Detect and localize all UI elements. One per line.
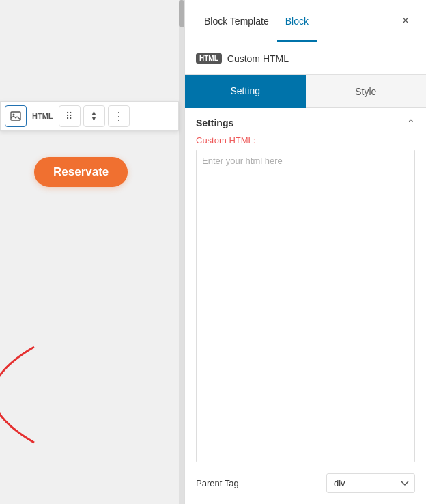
tab-block[interactable]: Block — [277, 0, 317, 42]
custom-html-label: Custom HTML: — [196, 135, 415, 145]
html-badge: HTML — [196, 53, 222, 64]
settings-title: Settings — [196, 117, 233, 128]
image-block-btn[interactable] — [5, 105, 27, 127]
close-button[interactable]: × — [396, 12, 415, 31]
html-badge-row: HTML Custom HTML — [185, 42, 426, 75]
section-tabs: Setting Style — [185, 75, 426, 108]
svg-point-1 — [13, 114, 15, 116]
right-panel: Block Template Block × HTML Custom HTML … — [184, 0, 426, 504]
tab-setting[interactable]: Setting — [185, 75, 306, 108]
collapse-icon[interactable]: ⌃ — [407, 117, 415, 128]
html-toolbar-label: HTML — [29, 112, 56, 120]
editor-panel: HTML ⠿ ▲ ▼ ⋮ Reservate — [0, 0, 184, 504]
parent-tag-row: Parent Tag div span section article main… — [185, 473, 426, 504]
scrollbar-thumb[interactable] — [179, 0, 184, 27]
tab-block-template[interactable]: Block Template — [196, 0, 277, 42]
reservate-button[interactable]: Reservate — [34, 157, 128, 187]
html-block-title: Custom HTML — [227, 53, 289, 64]
drag-dots-icon: ⠿ — [66, 111, 74, 122]
settings-section: Settings ⌃ Custom HTML: — [185, 108, 426, 473]
toolbar-strip: HTML ⠿ ▲ ▼ ⋮ — [0, 101, 179, 131]
custom-html-textarea[interactable] — [196, 150, 415, 462]
reorder-btn[interactable]: ▲ ▼ — [83, 105, 105, 127]
editor-scrollbar[interactable] — [179, 0, 184, 504]
drag-handle-btn[interactable]: ⠿ — [59, 105, 81, 127]
image-icon — [10, 111, 21, 122]
red-arc-decoration — [0, 340, 48, 449]
parent-tag-label: Parent Tag — [196, 478, 239, 488]
panel-header: Block Template Block × — [185, 0, 426, 42]
tab-style[interactable]: Style — [306, 75, 427, 108]
more-icon: ⋮ — [111, 110, 127, 123]
more-options-btn[interactable]: ⋮ — [108, 105, 130, 127]
arrows-icon: ▲ ▼ — [91, 110, 97, 122]
svg-rect-0 — [11, 112, 20, 120]
settings-header: Settings ⌃ — [196, 108, 415, 135]
parent-tag-select[interactable]: div span section article main aside head… — [326, 473, 415, 493]
